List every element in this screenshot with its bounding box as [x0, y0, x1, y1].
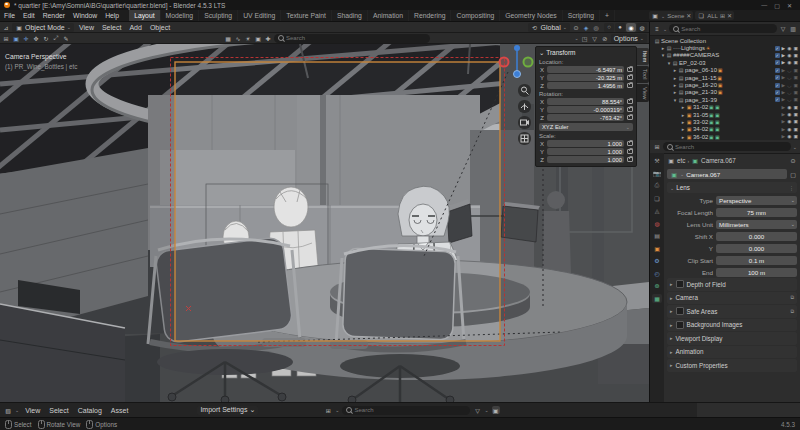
mesh-visibility-icon[interactable]: ▦ [224, 34, 232, 42]
datablock-selector[interactable]: ▣ ⌄ Camera.067 [667, 169, 787, 179]
editor-type-icon[interactable]: ⊿ [2, 23, 10, 31]
npanel-tab-view[interactable]: View [637, 84, 649, 102]
exclude-checkbox[interactable]: ✓ [775, 97, 780, 102]
asset-search-input[interactable] [354, 407, 466, 413]
modifiers-tab-icon[interactable]: ⚙ [652, 256, 662, 265]
dof-checkbox[interactable] [676, 280, 684, 288]
lock-icon[interactable] [627, 149, 633, 154]
object-tab-icon[interactable]: ▣ [652, 244, 662, 253]
menu-file[interactable]: File [0, 12, 19, 19]
focal-length-field[interactable]: 75 mm [716, 208, 797, 217]
viewport-search-input[interactable] [286, 35, 426, 41]
outliner-row[interactable]: ▸ ▤ page_21-30 ▣ ✓▶◡▣ [652, 89, 798, 96]
outliner-search-input[interactable] [681, 26, 773, 32]
chevron-down-icon[interactable]: ⌄ [793, 144, 797, 150]
lock-icon[interactable] [627, 99, 633, 104]
overlays-toggle-icon[interactable]: ▽ [591, 34, 599, 42]
lock-icon[interactable] [627, 107, 633, 112]
section-background-images[interactable]: ▸Background Images [667, 319, 797, 332]
menu-edit[interactable]: Edit [19, 12, 39, 19]
hide-icon[interactable]: ◉ [787, 60, 791, 65]
viewport-menu-view[interactable]: View [76, 24, 97, 31]
outliner-row[interactable]: ▸ ▣ 33-02 ▣ ▣ ▶◉▣ [652, 118, 798, 125]
view-layer-selector[interactable]: ❏ ALL ⊞ ✕ [695, 11, 734, 20]
scale-z-field[interactable]: 1.000 [547, 156, 624, 163]
render-tab-icon[interactable]: 📷 [652, 169, 662, 178]
exclude-checkbox[interactable]: ✓ [775, 60, 780, 65]
exclude-checkbox[interactable]: ✓ [775, 90, 780, 95]
fake-user-icon[interactable]: ▢ [789, 170, 797, 178]
import-settings-dropdown[interactable]: Import Settings ⌄ [197, 406, 258, 415]
selectable-icon[interactable]: ▶ [782, 53, 786, 58]
menu-render[interactable]: Render [39, 12, 69, 19]
render-visibility-icon[interactable]: ▣ [793, 53, 798, 58]
exclude-checkbox[interactable]: ✓ [775, 53, 780, 58]
outliner-row[interactable]: ▸ ▤ page_11-15 ▣ ✓▶◡▣ [652, 74, 798, 81]
safe-areas-checkbox[interactable] [676, 307, 684, 315]
outliner-row[interactable]: ▾ ▤ page_31-39 ✓▶◡▣ [652, 96, 798, 103]
tool-tab-icon[interactable]: ⚒ [652, 156, 662, 165]
world-tab-icon[interactable]: ◍ [652, 219, 662, 228]
workspace-tab-uv-editing[interactable]: UV Editing [238, 10, 281, 21]
transform-panel-header[interactable]: ⌄ Transform [539, 49, 633, 57]
outliner-row[interactable]: ▤ Scene Collection [652, 37, 798, 44]
exclude-checkbox[interactable]: ✓ [775, 68, 780, 73]
workspace-tab-rendering[interactable]: Rendering [409, 10, 451, 21]
asset-editor-icon[interactable]: ▧ [4, 406, 12, 414]
asset-sidebar-toggle-icon[interactable]: ▣ [492, 406, 500, 414]
shift-x-field[interactable]: 0.000 [716, 232, 797, 241]
section-depth-of-field[interactable]: ▸Depth of Field [667, 278, 797, 291]
output-tab-icon[interactable]: ⎙ [652, 181, 662, 190]
shading-rendered-icon[interactable]: ◍ [637, 23, 647, 32]
cursor-tool-icon[interactable]: ✛ [22, 34, 30, 42]
viewport-menu-select[interactable]: Select [99, 24, 124, 31]
shading-solid-icon[interactable]: ● [615, 23, 625, 32]
filter-icon[interactable]: ▽ [779, 25, 787, 33]
rotation-y-field[interactable]: -0.000319° [547, 106, 624, 113]
minimize-button[interactable]: — [761, 2, 767, 9]
outliner-row[interactable]: ▸ ▣ 31-02 ▣ ▣ ▶◉▣ [652, 104, 798, 111]
constraints-tab-icon[interactable]: ⊛ [652, 281, 662, 290]
viewlayer-tab-icon[interactable]: ❏ [652, 194, 662, 203]
workspace-tab-compositing[interactable]: Compositing [451, 10, 500, 21]
properties-search[interactable] [663, 142, 791, 151]
collection-tab-icon[interactable]: ▤ [652, 231, 662, 240]
section-viewport-display[interactable]: ▸Viewport Display [667, 332, 797, 345]
section-safe-areas[interactable]: ▸Safe Areas⧉ [667, 305, 797, 318]
transform-orientation-dropdown[interactable]: ⟲ Global ⌄ [528, 23, 570, 32]
shading-material-icon[interactable]: ◉ [626, 23, 636, 32]
scene-tab-icon[interactable]: ◬ [652, 206, 662, 215]
shift-y-field[interactable]: 0.000 [716, 244, 797, 253]
pin-icon[interactable]: ⊙ [789, 157, 797, 165]
curve-visibility-icon[interactable]: ∿ [234, 34, 242, 42]
camera-visibility-icon[interactable]: ▣ [254, 34, 262, 42]
rotate-tool-icon[interactable]: ↻ [42, 34, 50, 42]
asset-menu-select[interactable]: Select [46, 407, 71, 414]
section-custom-properties[interactable]: ▸Custom Properties [667, 359, 797, 372]
breadcrumb-object[interactable]: etc [677, 157, 685, 164]
exclude-checkbox[interactable]: ✓ [775, 83, 780, 88]
section-camera[interactable]: ▸Camera⧉ [667, 292, 797, 305]
snap-magnet-icon[interactable]: ◈ [582, 23, 590, 31]
lock-icon[interactable] [627, 115, 633, 120]
workspace-tab-shading[interactable]: Shading [332, 10, 368, 21]
xray-toggle-icon[interactable]: ⊘ [601, 34, 609, 42]
annotate-tool-icon[interactable]: ✎ [62, 34, 70, 42]
viewport-menu-object[interactable]: Object [147, 24, 173, 31]
view-layer-add-icon[interactable]: ⊞ [720, 12, 725, 19]
lock-icon[interactable] [627, 67, 633, 72]
section-animation[interactable]: ▸Animation [667, 346, 797, 359]
proportional-edit-icon[interactable]: ◎ [592, 23, 600, 31]
outliner-row[interactable]: ▾ ▤ EP_02-03 ✓▶◉▣ [652, 59, 798, 66]
physics-tab-icon[interactable]: ◴ [652, 269, 662, 278]
workspace-tab-geometry-nodes[interactable]: Geometry Nodes [500, 10, 562, 21]
rotation-z-field[interactable]: -763.42° [547, 114, 624, 121]
workspace-tab-animation[interactable]: Animation [368, 10, 409, 21]
location-y-field[interactable]: -20.325 m [547, 74, 624, 81]
bg-images-checkbox[interactable] [676, 321, 684, 329]
shading-wireframe-icon[interactable]: ○ [604, 23, 614, 32]
lock-icon[interactable] [627, 157, 633, 162]
outliner-row[interactable]: ▸ ▣ 31-05 ▣ ▣ ▶◉▣ [652, 111, 798, 118]
scene-unlink-icon[interactable]: ✕ [686, 12, 691, 19]
lens-type-dropdown[interactable]: Perspective [716, 196, 797, 205]
